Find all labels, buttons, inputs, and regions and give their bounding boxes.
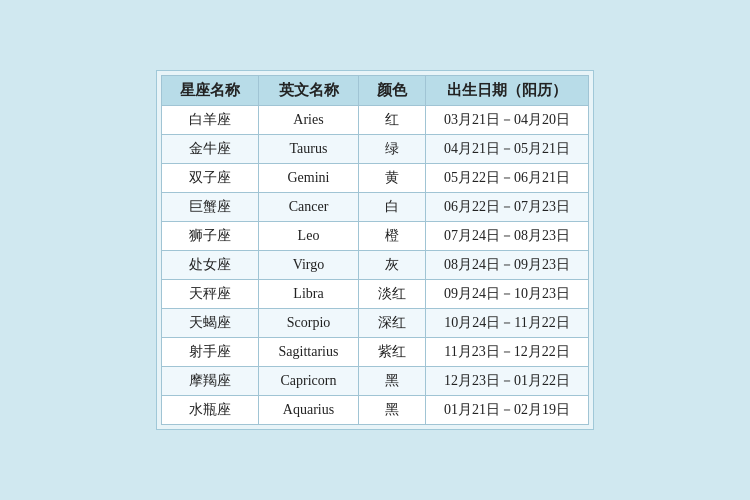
header-color: 颜色 (359, 76, 426, 106)
cell-en: Aquarius (259, 396, 359, 425)
cell-zh: 天蝎座 (162, 309, 259, 338)
cell-en: Capricorn (259, 367, 359, 396)
cell-date: 08月24日－09月23日 (426, 251, 589, 280)
cell-zh: 狮子座 (162, 222, 259, 251)
table-row: 天蝎座Scorpio深红10月24日－11月22日 (162, 309, 589, 338)
cell-zh: 金牛座 (162, 135, 259, 164)
cell-en: Aries (259, 106, 359, 135)
table-row: 水瓶座Aquarius黑01月21日－02月19日 (162, 396, 589, 425)
cell-color: 紫红 (359, 338, 426, 367)
cell-en: Gemini (259, 164, 359, 193)
cell-zh: 射手座 (162, 338, 259, 367)
table-header-row: 星座名称 英文名称 颜色 出生日期（阳历） (162, 76, 589, 106)
cell-zh: 白羊座 (162, 106, 259, 135)
table-row: 狮子座Leo橙07月24日－08月23日 (162, 222, 589, 251)
cell-color: 淡红 (359, 280, 426, 309)
table-row: 金牛座Taurus绿04月21日－05月21日 (162, 135, 589, 164)
cell-en: Sagittarius (259, 338, 359, 367)
cell-color: 红 (359, 106, 426, 135)
cell-date: 11月23日－12月22日 (426, 338, 589, 367)
header-en: 英文名称 (259, 76, 359, 106)
table-row: 摩羯座Capricorn黑12月23日－01月22日 (162, 367, 589, 396)
table-row: 白羊座Aries红03月21日－04月20日 (162, 106, 589, 135)
table-row: 处女座Virgo灰08月24日－09月23日 (162, 251, 589, 280)
cell-color: 黄 (359, 164, 426, 193)
cell-en: Taurus (259, 135, 359, 164)
cell-zh: 双子座 (162, 164, 259, 193)
cell-en: Virgo (259, 251, 359, 280)
cell-color: 绿 (359, 135, 426, 164)
cell-date: 12月23日－01月22日 (426, 367, 589, 396)
cell-color: 深红 (359, 309, 426, 338)
cell-date: 03月21日－04月20日 (426, 106, 589, 135)
table-row: 射手座Sagittarius紫红11月23日－12月22日 (162, 338, 589, 367)
cell-en: Cancer (259, 193, 359, 222)
cell-date: 09月24日－10月23日 (426, 280, 589, 309)
cell-date: 06月22日－07月23日 (426, 193, 589, 222)
cell-zh: 巨蟹座 (162, 193, 259, 222)
cell-zh: 水瓶座 (162, 396, 259, 425)
cell-color: 黑 (359, 367, 426, 396)
cell-en: Leo (259, 222, 359, 251)
zodiac-table: 星座名称 英文名称 颜色 出生日期（阳历） 白羊座Aries红03月21日－04… (161, 75, 589, 425)
table-row: 双子座Gemini黄05月22日－06月21日 (162, 164, 589, 193)
cell-date: 05月22日－06月21日 (426, 164, 589, 193)
cell-color: 白 (359, 193, 426, 222)
cell-color: 灰 (359, 251, 426, 280)
cell-en: Libra (259, 280, 359, 309)
cell-color: 黑 (359, 396, 426, 425)
header-date: 出生日期（阳历） (426, 76, 589, 106)
cell-date: 04月21日－05月21日 (426, 135, 589, 164)
header-zh: 星座名称 (162, 76, 259, 106)
cell-date: 01月21日－02月19日 (426, 396, 589, 425)
cell-en: Scorpio (259, 309, 359, 338)
cell-color: 橙 (359, 222, 426, 251)
cell-zh: 处女座 (162, 251, 259, 280)
cell-zh: 天秤座 (162, 280, 259, 309)
zodiac-table-wrapper: 星座名称 英文名称 颜色 出生日期（阳历） 白羊座Aries红03月21日－04… (156, 70, 594, 430)
cell-date: 07月24日－08月23日 (426, 222, 589, 251)
table-row: 天秤座Libra淡红09月24日－10月23日 (162, 280, 589, 309)
cell-date: 10月24日－11月22日 (426, 309, 589, 338)
table-row: 巨蟹座Cancer白06月22日－07月23日 (162, 193, 589, 222)
cell-zh: 摩羯座 (162, 367, 259, 396)
